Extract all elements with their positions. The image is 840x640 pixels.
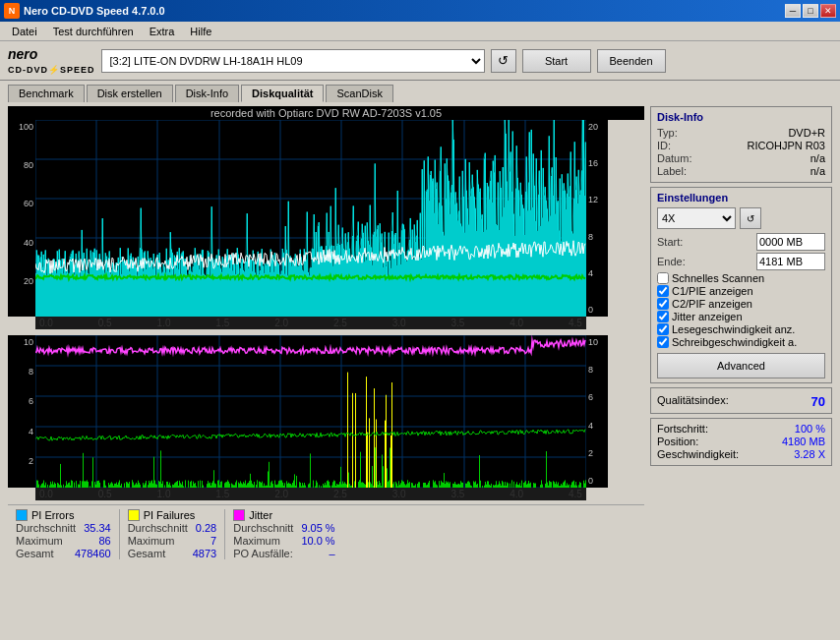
tab-disk-erstellen[interactable]: Disk erstellen xyxy=(87,85,173,102)
close-button[interactable]: ✕ xyxy=(820,4,836,18)
pi-errors-group: PI Errors Durchschnitt 35.34 Maximum 86 … xyxy=(16,509,111,559)
quality-value: 70 xyxy=(811,394,825,409)
top-chart xyxy=(35,120,586,317)
bottom-chart xyxy=(35,335,586,488)
speed-update-button[interactable]: ↺ xyxy=(740,207,761,229)
menu-test[interactable]: Test durchführen xyxy=(45,25,142,38)
tab-disk-info[interactable]: Disk-Info xyxy=(175,85,239,102)
tab-scandisk[interactable]: ScanDisk xyxy=(326,85,392,102)
quality-panel: Qualitätsindex: 70 xyxy=(650,387,832,414)
disk-label-value: n/a xyxy=(810,165,825,177)
tab-diskqualitat[interactable]: Diskqualität xyxy=(241,85,324,102)
settings-title: Einstellungen xyxy=(657,192,825,204)
pi-errors-avg: 35.34 xyxy=(84,522,111,534)
disk-label-row: Label: n/a xyxy=(657,165,825,177)
disk-type-value: DVD+R xyxy=(788,127,825,139)
settings-panel: Einstellungen 4X ↺ Start: Ende: Schnelle… xyxy=(650,187,832,383)
c2pif-checkbox[interactable] xyxy=(657,298,669,310)
schnell-checkbox[interactable] xyxy=(657,272,669,284)
jitter-color xyxy=(233,509,245,521)
advanced-button[interactable]: Advanced xyxy=(657,353,825,378)
disk-type-row: Typ: DVD+R xyxy=(657,127,825,139)
fortschritt-value: 100 % xyxy=(795,423,825,435)
jitter-po: – xyxy=(330,548,335,559)
drive-select[interactable]: [3:2] LITE-ON DVDRW LH-18A1H HL09 xyxy=(101,49,485,73)
logo: nero CD-DVD⚡SPEED xyxy=(8,47,95,75)
progress-panel: Fortschritt: 100 % Position: 4180 MB Ges… xyxy=(650,418,832,466)
geschwindigkeit-row: Geschwindigkeit: 3.28 X xyxy=(657,448,825,460)
jitter-label: Jitter xyxy=(249,509,272,521)
pi-errors-color xyxy=(16,509,28,521)
disk-datum-value: n/a xyxy=(810,152,825,164)
main-content: recorded with Optiarc DVD RW AD-7203S v1… xyxy=(0,102,840,567)
jitter-avg: 9.05 % xyxy=(301,522,334,534)
stats-bar: PI Errors Durchschnitt 35.34 Maximum 86 … xyxy=(8,504,644,563)
minimize-button[interactable]: ─ xyxy=(785,4,801,18)
pi-errors-label: PI Errors xyxy=(31,509,74,521)
toolbar: nero CD-DVD⚡SPEED [3:2] LITE-ON DVDRW LH… xyxy=(0,41,840,81)
pi-failures-label: PI Failures xyxy=(144,509,196,521)
speed-select[interactable]: 4X xyxy=(657,207,736,229)
fortschritt-row: Fortschritt: 100 % xyxy=(657,423,825,435)
pi-failures-max: 7 xyxy=(210,535,216,547)
chart-bottom-container: 10 8 6 4 2 10 8 6 4 2 0 xyxy=(8,335,644,500)
title-bar-buttons: ─ □ ✕ xyxy=(785,4,836,18)
jitter-group: Jitter Durchschnitt 9.05 % Maximum 10.0 … xyxy=(233,509,334,559)
pi-errors-total: 478460 xyxy=(75,548,111,559)
disk-id-row: ID: RICOHJPN R03 xyxy=(657,140,825,151)
pi-failures-group: PI Failures Durchschnitt 0.28 Maximum 7 … xyxy=(128,509,217,559)
title-bar: N Nero CD-DVD Speed 4.7.0.0 ─ □ ✕ xyxy=(0,0,840,22)
checkbox-leseg: Lesegeschwindigkeit anz. xyxy=(657,323,825,335)
chart-top-container: recorded with Optiarc DVD RW AD-7203S v1… xyxy=(8,106,644,329)
disk-info-panel: Disk-Info Typ: DVD+R ID: RICOHJPN R03 Da… xyxy=(650,106,832,183)
start-input[interactable] xyxy=(756,233,825,251)
charts-area: recorded with Optiarc DVD RW AD-7203S v1… xyxy=(8,106,644,563)
checkbox-c1pie: C1/PIE anzeigen xyxy=(657,285,825,297)
title-bar-text: Nero CD-DVD Speed 4.7.0.0 xyxy=(24,5,165,17)
pi-failures-total: 4873 xyxy=(193,548,216,559)
jitter-checkbox[interactable] xyxy=(657,311,669,322)
c1pie-checkbox[interactable] xyxy=(657,285,669,297)
pi-failures-avg: 0.28 xyxy=(196,522,216,534)
checkbox-schnell: Schnelles Scannen xyxy=(657,272,825,284)
ende-field-row: Ende: xyxy=(657,253,825,270)
checkbox-jitter: Jitter anzeigen xyxy=(657,311,825,322)
checkbox-c2pif: C2/PIF anzeigen xyxy=(657,298,825,310)
menu-datei[interactable]: Datei xyxy=(4,25,45,38)
app-icon: N xyxy=(4,3,20,19)
pi-failures-color xyxy=(128,509,140,521)
tab-benchmark[interactable]: Benchmark xyxy=(8,85,85,102)
disk-id-value: RICOHJPN R03 xyxy=(748,140,825,151)
start-button[interactable]: Start xyxy=(522,49,591,73)
maximize-button[interactable]: □ xyxy=(803,4,818,18)
refresh-button[interactable]: ↺ xyxy=(491,49,516,73)
quality-index-row: Qualitätsindex: 70 xyxy=(657,394,825,409)
disk-datum-row: Datum: n/a xyxy=(657,152,825,164)
beenden-button[interactable]: Beenden xyxy=(597,49,666,73)
menu-bar: Datei Test durchführen Extra Hilfe xyxy=(0,22,840,41)
recorded-label: recorded with Optiarc DVD RW AD-7203S v1… xyxy=(8,106,644,120)
schreibg-checkbox[interactable] xyxy=(657,336,669,348)
leseg-checkbox[interactable] xyxy=(657,323,669,335)
right-panel: Disk-Info Typ: DVD+R ID: RICOHJPN R03 Da… xyxy=(650,106,832,563)
tabs: Benchmark Disk erstellen Disk-Info Diskq… xyxy=(0,81,840,102)
start-field-row: Start: xyxy=(657,233,825,251)
position-value: 4180 MB xyxy=(782,436,825,447)
jitter-max: 10.0 % xyxy=(301,535,334,547)
ende-input[interactable] xyxy=(756,253,825,270)
pi-errors-max: 86 xyxy=(98,535,110,547)
geschwindigkeit-value: 3.28 X xyxy=(794,448,825,460)
disk-info-title: Disk-Info xyxy=(657,111,825,123)
position-row: Position: 4180 MB xyxy=(657,436,825,447)
menu-extra[interactable]: Extra xyxy=(142,25,183,38)
checkbox-schreibg: Schreibgeschwindigkeit a. xyxy=(657,336,825,348)
menu-hilfe[interactable]: Hilfe xyxy=(182,25,219,38)
